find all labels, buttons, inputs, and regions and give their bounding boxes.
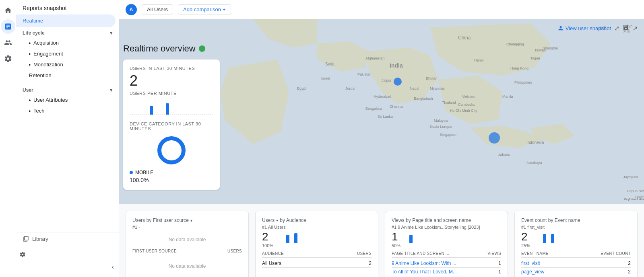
panel2-sub-pct: 100% (262, 243, 273, 248)
map-controls: View user snapshot ⤢ ↗ (557, 24, 638, 32)
panel4-title: Event count by Event name (521, 217, 631, 223)
save-icon (623, 24, 629, 31)
sidebar-item-tech[interactable]: ▸ Tech (16, 105, 119, 116)
mobile-legend-dot (130, 171, 133, 174)
analytics-icon-btn[interactable] (1, 19, 15, 34)
svg-text:Bhutan: Bhutan (426, 76, 438, 80)
panel2-mini-bars (278, 231, 372, 243)
settings-nav-item[interactable] (16, 249, 119, 260)
add-comparison-button[interactable]: Add comparison + (178, 4, 231, 14)
svg-text:Afghanistan: Afghanistan (365, 56, 385, 60)
panel2-title-text2: by Audience (280, 217, 306, 223)
panel3-table-header: PAGE TITLE AND SCREEN ... VIEWS (392, 251, 501, 258)
india-label: India (390, 62, 403, 69)
add-comparison-label: Add comparison (183, 6, 221, 12)
audience-icon-btn[interactable] (1, 35, 15, 50)
view-snapshot-label: View user snapshot (566, 25, 611, 31)
svg-text:Egypt: Egypt (297, 86, 307, 90)
all-users-button[interactable]: All Users (142, 4, 173, 14)
svg-text:Pakistan: Pakistan (357, 72, 372, 76)
panel4-rank: #1 first_visit (521, 225, 631, 230)
expand-button[interactable]: ⤢ (614, 25, 619, 32)
save-chart-button[interactable] (623, 24, 629, 32)
users-per-min-label: USERS PER MINUTE (130, 91, 213, 96)
snapshot-icon (557, 25, 564, 31)
svg-text:Surabaya: Surabaya (526, 161, 542, 165)
svg-text:Taipei: Taipei (530, 56, 540, 60)
panel1-col2-header: USERS (227, 249, 242, 253)
panel3-rank: #1 9 Anime Like Lookism...Storytelling [… (392, 225, 501, 230)
panel2-dropdown-arrow[interactable]: ▾ (276, 218, 278, 223)
add-icon: + (223, 6, 226, 12)
user-section-label: User (23, 87, 33, 93)
panel2-row-0[interactable]: All Users 2 (262, 259, 372, 268)
main-content: A All Users Add comparison + (119, 0, 644, 277)
app-title: Reports snapshot (16, 0, 119, 14)
panel-event-count: Event count by Event name #1 first_visit… (514, 211, 638, 277)
library-nav-item[interactable]: Library (16, 232, 119, 245)
view-snapshot-button[interactable]: View user snapshot (557, 25, 611, 31)
users-30min-label: USERS IN LAST 30 MINUTES (130, 66, 213, 71)
panel4-table-header: EVENT NAME EVENT COUNT (521, 251, 631, 258)
panel4-row-0[interactable]: first_visit 2 (521, 259, 631, 268)
sidebar-item-acquisition[interactable]: ▸ Acquisition (16, 37, 119, 48)
panel1-col1-header: FIRST USER SOURCE (132, 249, 227, 253)
panel2-table-header: AUDIENCE USERS (262, 251, 372, 258)
svg-text:Papua New Guinea: Papua New Guinea (627, 189, 644, 193)
panel3-col1-header: PAGE TITLE AND SCREEN ... (392, 251, 487, 256)
lifecycle-label: Life cycle (23, 30, 45, 36)
panel4-value-row: 2 25% (521, 230, 631, 248)
home-icon-btn[interactable] (1, 3, 15, 18)
panel3-col2-header: VIEWS (487, 251, 501, 256)
donut-chart-container (130, 134, 213, 166)
collapse-icon: ‹ (112, 263, 114, 271)
panel4-row0-link[interactable]: first_visit (521, 261, 628, 266)
user-attr-chevron: ▸ (29, 98, 31, 102)
panel4-title-text: Event count by Event name (521, 217, 580, 223)
panel2-row0-col2: 2 (369, 261, 372, 266)
sidebar-item-realtime[interactable]: Realtime (16, 14, 116, 27)
map-container: India China Indonesia Syria Israel Egypt… (119, 19, 644, 204)
sidebar-item-monetization[interactable]: ▸ Monetization (16, 59, 119, 70)
panel3-row-0[interactable]: 9 Anime Like Lookism: With ... 1 (392, 259, 501, 268)
panel1-title-text: Users by First user source (132, 217, 189, 223)
realtime-label: Realtime (23, 18, 43, 24)
collapse-sidebar-btn[interactable]: ‹ (16, 260, 119, 274)
svg-text:Singapore: Singapore (440, 133, 456, 137)
panel4-row0-val: 2 (628, 261, 631, 266)
panel4-row1-link[interactable]: page_view (521, 269, 628, 275)
panel2-rank: #1 All Users (262, 225, 372, 230)
svg-text:Bengaluru: Bengaluru (365, 107, 382, 111)
sidebar-item-user-attributes[interactable]: ▸ User Attributes (16, 94, 119, 105)
panel2-value-row: 2 100% (262, 230, 372, 248)
user-attributes-label: User Attributes (33, 97, 68, 103)
panel1-dropdown-arrow[interactable]: ▾ (190, 218, 192, 223)
nav-sidebar: Reports snapshot Realtime Life cycle ▾ ▸… (16, 0, 119, 277)
panel2-row0-col1: All Users (262, 261, 369, 266)
svg-text:Hyderabad: Hyderabad (374, 94, 391, 98)
share-button[interactable]: ↗ (632, 25, 638, 32)
retention-label: Retention (29, 72, 52, 78)
realtime-title: Realtime overview (123, 43, 196, 54)
sidebar-item-engagement[interactable]: ▸ Engagement (16, 48, 119, 59)
user-section[interactable]: User ▾ (16, 84, 119, 94)
svg-text:China: China (458, 35, 471, 41)
svg-point-42 (159, 138, 184, 162)
svg-text:Bangladesh: Bangladesh (414, 96, 433, 101)
panel4-row-1[interactable]: page_view 2 (521, 268, 631, 276)
sidebar-item-retention[interactable]: Retention (16, 70, 119, 81)
panel1-table-header: FIRST USER SOURCE USERS (132, 249, 242, 255)
settings-icon-btn[interactable] (1, 51, 15, 66)
panel3-row1-val: 1 (498, 269, 501, 275)
panel2-title: Users ▾ by Audience (262, 217, 372, 223)
panel2-main-num: 2 (262, 230, 273, 243)
svg-text:Hanoi: Hanoi (474, 58, 484, 62)
panel3-row-1[interactable]: To All of You That I Loved, M... 1 (392, 268, 501, 276)
panel3-row1-link[interactable]: To All of You That I Loved, M... (392, 269, 498, 275)
panel1-no-data-top: No data available (132, 230, 242, 249)
panel3-row0-link[interactable]: 9 Anime Like Lookism: With ... (392, 261, 498, 266)
lifecycle-section[interactable]: Life cycle ▾ (16, 27, 119, 37)
svg-text:Jakarta: Jakarta (498, 153, 510, 157)
svg-text:Cambodia: Cambodia (458, 103, 475, 107)
panel-first-user-source: Users by First user source ▾ #1 - No dat… (126, 211, 249, 277)
